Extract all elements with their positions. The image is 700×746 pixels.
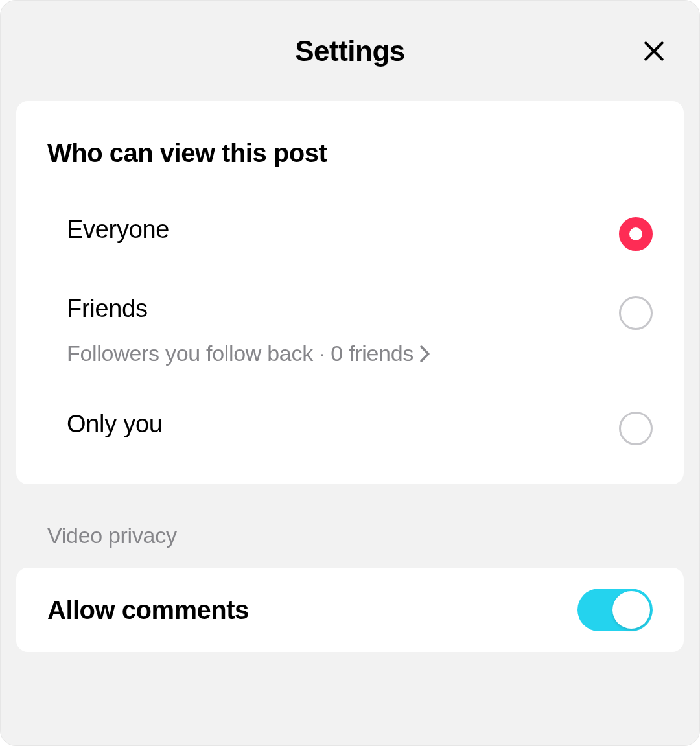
allow-comments-row: Allow comments — [16, 568, 684, 652]
close-button[interactable] — [641, 38, 667, 64]
allow-comments-label: Allow comments — [47, 596, 249, 625]
radio-unselected-icon — [619, 412, 653, 445]
visibility-option-friends[interactable]: Friends Followers you follow back · 0 fr… — [47, 264, 653, 397]
chevron-right-icon — [419, 344, 432, 364]
close-icon — [642, 39, 666, 64]
radio-unselected-icon — [619, 296, 653, 330]
video-privacy-group-label: Video privacy — [16, 484, 684, 568]
option-subtext[interactable]: Followers you follow back · 0 friends — [67, 341, 432, 366]
visibility-option-only-you[interactable]: Only you — [47, 397, 653, 458]
radio-selected-icon — [619, 217, 653, 251]
visibility-section-title: Who can view this post — [47, 139, 653, 168]
settings-modal: Settings Who can view this post Everyone… — [0, 0, 700, 746]
option-label-group: Friends Followers you follow back · 0 fr… — [67, 295, 432, 366]
toggle-knob — [612, 591, 650, 629]
visibility-option-everyone[interactable]: Everyone — [47, 203, 653, 264]
modal-title: Settings — [295, 35, 405, 67]
option-label-group: Only you — [67, 410, 163, 438]
visibility-card: Who can view this post Everyone Friends … — [16, 101, 684, 484]
option-label-group: Everyone — [67, 216, 169, 244]
option-label: Everyone — [67, 216, 169, 244]
allow-comments-toggle[interactable] — [578, 589, 653, 631]
modal-header: Settings — [1, 1, 699, 101]
option-label: Friends — [67, 295, 432, 323]
option-subtext-text: Followers you follow back · 0 friends — [67, 341, 414, 366]
option-label: Only you — [67, 410, 163, 438]
